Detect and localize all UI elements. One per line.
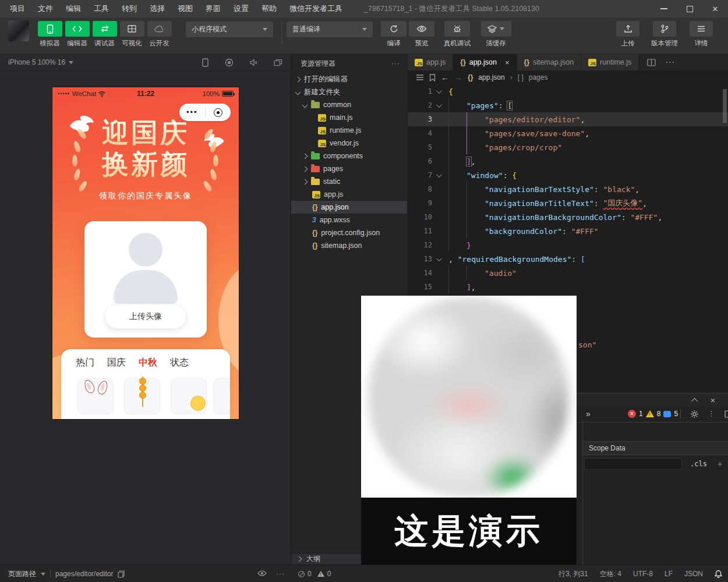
close-button[interactable]: ✕: [702, 0, 728, 17]
nav-forward-icon[interactable]: →: [454, 73, 462, 82]
sticker-tab-状态[interactable]: 状态: [170, 357, 189, 369]
code-line-3[interactable]: 3"pages/editor/editor",: [408, 112, 728, 126]
code-line-2[interactable]: 2"pages": [: [408, 98, 728, 112]
tree-file-project.config.json[interactable]: {}project.config.json: [291, 226, 407, 239]
tree-file-runtime.js[interactable]: JSruntime.js: [291, 124, 407, 137]
code-line-1[interactable]: 1{: [408, 84, 728, 98]
tool-button-cloud-dev[interactable]: 云开发: [146, 21, 173, 48]
pop-out-window-icon[interactable]: [274, 59, 282, 66]
action-button-version-branch[interactable]: 版本管理: [642, 21, 687, 48]
code-line-13[interactable]: 13, "requiredBackgroundModes": [: [408, 252, 728, 266]
upload-avatar-button[interactable]: 上传头像: [105, 304, 186, 329]
fold-chevron-icon[interactable]: [432, 104, 444, 108]
dock-window-icon[interactable]: [725, 410, 728, 418]
tree-file-sitemap.json[interactable]: {}sitemap.json: [291, 239, 407, 252]
tree-folder-pages[interactable]: pages: [291, 162, 407, 175]
tool-button-visualize-grid[interactable]: 可视化: [118, 21, 146, 48]
indent-setting[interactable]: 空格: 4: [600, 569, 621, 579]
tree-folder-打开的编辑器[interactable]: 打开的编辑器: [291, 73, 407, 86]
bookmark-icon[interactable]: [429, 74, 436, 81]
action-button-device-debug-bug[interactable]: 真机调试: [436, 21, 479, 48]
split-editor-icon[interactable]: [647, 59, 656, 66]
more-actions-icon[interactable]: ···: [391, 59, 400, 68]
code-line-5[interactable]: 5"pages/crop/crop": [408, 140, 728, 154]
menu-item[interactable]: 文件: [31, 0, 59, 17]
menu-item[interactable]: 帮助: [255, 0, 283, 17]
action-button-clear-cache-layers[interactable]: 清缓存: [479, 21, 513, 48]
minimize-button[interactable]: [651, 0, 677, 17]
scrollbar-thumb[interactable]: [723, 89, 727, 123]
tool-button-debugger-swap[interactable]: 调试器: [91, 21, 118, 48]
action-button-upload[interactable]: 上传: [614, 21, 642, 48]
tool-button-editor-code[interactable]: 编辑器: [63, 21, 91, 48]
code-line-9[interactable]: 9"navigationBarTitleText": "国庆头像",: [408, 196, 728, 210]
more-actions-icon[interactable]: ···: [665, 57, 674, 68]
eol-setting[interactable]: LF: [665, 570, 673, 578]
tree-folder-新建文件夹[interactable]: 新建文件夹: [291, 86, 407, 98]
problems-indicator[interactable]: 0 ! 0: [298, 565, 331, 582]
tree-file-app.wxss[interactable]: 3app.wxss: [291, 214, 407, 226]
menu-item[interactable]: 界面: [199, 0, 227, 17]
filter-input[interactable]: [584, 458, 682, 470]
user-avatar[interactable]: [8, 20, 29, 41]
tree-file-app.js[interactable]: JSapp.js: [291, 188, 407, 201]
eye-icon[interactable]: [257, 570, 267, 577]
sticker-thumb-bunny-ears[interactable]: [77, 378, 114, 414]
mode-dropdown[interactable]: 小程序模式: [186, 22, 273, 37]
tree-file-app.json[interactable]: {}app.json: [291, 201, 407, 214]
more-tabs-icon[interactable]: »: [586, 409, 591, 418]
code-line-8[interactable]: 8"navigationBarTextStyle": "black",: [408, 182, 728, 196]
encoding[interactable]: UTF-8: [633, 570, 653, 578]
code-line-7[interactable]: 7"window": {: [408, 168, 728, 182]
rotate-device-icon[interactable]: [202, 58, 209, 67]
code-line-6[interactable]: 6],: [408, 154, 728, 168]
code-line-14[interactable]: 14"audio": [408, 266, 728, 280]
code-line-15[interactable]: 15],: [408, 280, 728, 294]
action-button-preview-eye[interactable]: 预览: [408, 21, 436, 48]
bell-icon[interactable]: [715, 570, 722, 578]
menu-item[interactable]: 微信开发者工具: [283, 0, 349, 17]
device-selector[interactable]: iPhone 5 100% 16: [8, 58, 65, 66]
menu-item[interactable]: 选择: [143, 0, 171, 17]
new-class-button[interactable]: .cls: [690, 460, 707, 468]
close-tab-icon[interactable]: ×: [505, 58, 510, 67]
tree-file-main.js[interactable]: JSmain.js: [291, 111, 407, 124]
code-editor[interactable]: 1{2"pages": [3"pages/editor/editor",4"pa…: [408, 84, 728, 294]
copy-icon[interactable]: [118, 570, 125, 578]
kebab-menu-icon[interactable]: ···: [708, 410, 716, 417]
menu-item[interactable]: 工具: [87, 0, 115, 17]
language-mode[interactable]: JSON: [684, 570, 703, 578]
tree-folder-static[interactable]: static: [291, 175, 407, 188]
code-line-11[interactable]: 11"backgroundColor": "#FFF": [408, 224, 728, 238]
menu-item[interactable]: 编辑: [59, 0, 87, 17]
action-button-compile-refresh[interactable]: 编译: [380, 21, 408, 48]
code-line-12[interactable]: 12}: [408, 238, 728, 252]
editor-tab-app.json[interactable]: {}app.json×: [453, 54, 517, 70]
sticker-thumb-partial[interactable]: [213, 378, 230, 414]
sticker-tab-热门[interactable]: 热门: [76, 357, 94, 369]
menu-item[interactable]: 设置: [227, 0, 255, 17]
outline-list-icon[interactable]: [416, 74, 424, 81]
warning-count[interactable]: 8: [657, 410, 661, 418]
sticker-tab-中秋[interactable]: 中秋: [139, 357, 157, 369]
breadcrumb-node[interactable]: pages: [529, 73, 548, 81]
tree-file-vendor.js[interactable]: JSvendor.js: [291, 137, 407, 150]
menu-item[interactable]: 项目: [3, 0, 31, 17]
tree-folder-common[interactable]: common: [291, 98, 407, 111]
close-panel-icon[interactable]: ×: [711, 396, 715, 405]
record-icon[interactable]: [225, 58, 234, 67]
mute-speaker-icon[interactable]: [249, 58, 258, 67]
editor-tab-app.js[interactable]: JSapp.js: [408, 54, 453, 70]
action-button-details-menu[interactable]: 详情: [687, 21, 715, 48]
menu-item[interactable]: 视图: [171, 0, 199, 17]
cursor-position[interactable]: 行3, 列31: [559, 569, 588, 579]
add-icon[interactable]: +: [718, 459, 722, 469]
fold-chevron-icon[interactable]: [432, 173, 444, 178]
fold-chevron-icon[interactable]: [432, 257, 444, 261]
info-count[interactable]: 5: [674, 410, 678, 418]
sticker-thumb-candied-haws[interactable]: [124, 378, 160, 414]
editor-tab-sitemap.json[interactable]: {}sitemap.json: [517, 54, 582, 70]
tool-button-simulator-phone[interactable]: 模拟器: [36, 21, 63, 48]
gear-icon[interactable]: [690, 410, 699, 418]
breadcrumb-file[interactable]: app.json: [478, 73, 504, 81]
